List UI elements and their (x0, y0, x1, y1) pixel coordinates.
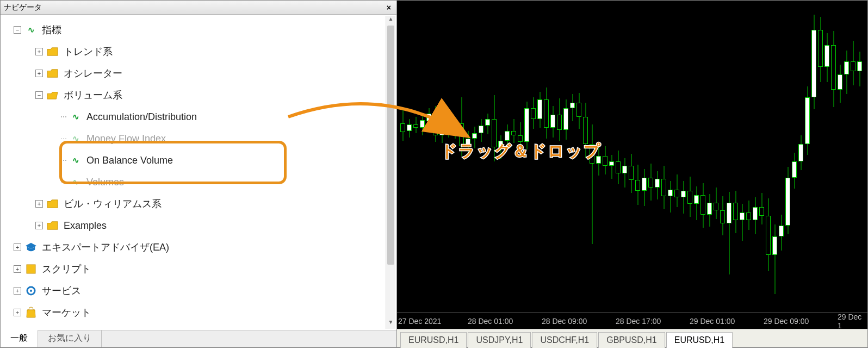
close-icon[interactable]: × (385, 3, 393, 12)
tree-item-services[interactable]: + サービス (4, 280, 395, 302)
tree-item-oscillator[interactable]: + オシレーター (4, 62, 395, 84)
graduation-cap-icon (24, 241, 38, 253)
tree-item-scripts[interactable]: + スクリプト (4, 258, 395, 280)
label: Accumulation/Distribution (86, 111, 197, 123)
folder-icon (46, 67, 59, 79)
indicator-icon: ∿ (69, 133, 82, 145)
candlestick (838, 65, 842, 103)
xaxis-label: 27 Dec 2021 (398, 317, 441, 326)
candlestick (851, 41, 855, 85)
xaxis-label: 28 Dec 09:00 (542, 317, 587, 326)
shopping-bag-icon (24, 307, 38, 318)
candlestick (576, 93, 581, 129)
indicator-icon: ∿ (24, 24, 38, 36)
candlestick (466, 131, 470, 157)
candlestick (759, 193, 764, 224)
label: Money Flow Index (86, 133, 166, 145)
script-icon (24, 263, 38, 275)
expand-icon[interactable]: + (35, 200, 43, 208)
xaxis-label: 28 Dec 17:00 (616, 317, 661, 326)
chart-tab[interactable]: USDCHF,H1 (532, 332, 597, 348)
tree-item-trend[interactable]: + トレンド系 (4, 41, 395, 62)
expand-icon[interactable]: + (14, 287, 21, 295)
chart-panel: 27 Dec 2021 28 Dec 01:00 28 Dec 09:00 28… (397, 0, 868, 348)
expand-icon[interactable]: + (14, 265, 21, 273)
navigator-panel: ナビゲータ × ▲ ▼ − ∿ 指標 + トレンド系 + (0, 0, 397, 348)
candlestick (655, 171, 660, 199)
label: スクリプト (42, 262, 91, 276)
label: Volumes (86, 177, 124, 188)
chart-tab[interactable]: GBPUSD,H1 (598, 332, 665, 348)
collapse-icon[interactable]: − (14, 26, 21, 34)
candlestick (857, 52, 862, 86)
tab-favorites[interactable]: お気に入り (38, 330, 102, 347)
label: エキスパートアドバイザ(EA) (42, 241, 169, 254)
tree-item-ad[interactable]: ⋯ ∿ Accumulation/Distribution (4, 106, 395, 128)
candlestick (694, 186, 699, 220)
expand-icon[interactable]: + (35, 222, 43, 229)
candlestick (590, 124, 594, 244)
label: オシレーター (64, 67, 122, 80)
candlestick (479, 119, 483, 142)
candlestick (420, 116, 425, 135)
chart-area[interactable]: 27 Dec 2021 28 Dec 01:00 28 Dec 09:00 28… (397, 1, 867, 329)
candlestick (661, 166, 666, 209)
candlestick (537, 92, 542, 128)
candlestick (831, 31, 836, 107)
candlestick (505, 124, 510, 148)
candlestick (792, 153, 797, 189)
candlestick (733, 191, 738, 233)
folder-open-icon (46, 89, 59, 101)
tab-general[interactable]: 一般 (1, 330, 38, 347)
candlestick (557, 98, 562, 141)
xaxis-label: 28 Dec 01:00 (468, 317, 513, 326)
label: ボリューム系 (64, 89, 122, 102)
candlestick (824, 33, 829, 82)
chart-xaxis: 27 Dec 2021 28 Dec 01:00 28 Dec 09:00 28… (397, 312, 867, 329)
candlestick (635, 165, 640, 205)
tree-item-indicators[interactable]: − ∿ 指標 (4, 19, 395, 41)
chart-tab[interactable]: EURUSD,H1 (400, 332, 467, 348)
candlestick (400, 109, 405, 141)
label: On Balance Volume (86, 155, 173, 166)
expand-icon[interactable]: + (14, 309, 21, 316)
chart-tab[interactable]: EURUSD,H1 (666, 332, 733, 348)
candlestick (687, 177, 692, 217)
candlestick (413, 117, 418, 133)
tree-item-bill[interactable]: + ビル・ウィリアムス系 (4, 193, 395, 215)
candlestick (707, 194, 712, 227)
svg-point-2 (30, 290, 32, 292)
candlestick (648, 164, 653, 201)
candlestick (603, 146, 607, 174)
tree-item-volumes[interactable]: ⋯ ∿ Volumes (4, 171, 395, 193)
gear-icon (24, 285, 38, 297)
navigator-tabs: 一般 お気に入り (1, 330, 396, 347)
candlestick (439, 124, 444, 143)
candlestick (531, 97, 536, 129)
tree-item-market[interactable]: + マーケット (4, 302, 395, 323)
navigator-titlebar[interactable]: ナビゲータ × (1, 1, 396, 15)
candlestick (818, 17, 823, 82)
candlestick (616, 151, 621, 184)
collapse-icon[interactable]: − (35, 91, 43, 99)
folder-icon (46, 220, 59, 232)
expand-icon[interactable]: + (14, 243, 21, 251)
indicator-icon: ∿ (69, 176, 82, 188)
tree-item-mfi[interactable]: ⋯ ∿ Money Flow Index (4, 128, 395, 149)
tree-item-obv[interactable]: ⋯ ∿ On Balance Volume (4, 149, 395, 171)
candlestick (550, 106, 555, 138)
candlestick (433, 106, 438, 142)
chart-tab[interactable]: USDJPY,H1 (468, 332, 531, 348)
label: マーケット (42, 306, 91, 319)
indicator-icon: ∿ (69, 154, 82, 166)
folder-icon (46, 198, 59, 210)
candlestick (766, 198, 771, 271)
candlestick (492, 95, 497, 161)
tree-item-volume[interactable]: − ボリューム系 (4, 84, 395, 106)
tree-item-examples[interactable]: + Examples (4, 215, 395, 236)
tree-item-ea[interactable]: + エキスパートアドバイザ(EA) (4, 236, 395, 258)
candlestick (746, 201, 751, 230)
label: 指標 (42, 23, 61, 36)
expand-icon[interactable]: + (35, 70, 43, 77)
expand-icon[interactable]: + (35, 48, 43, 55)
